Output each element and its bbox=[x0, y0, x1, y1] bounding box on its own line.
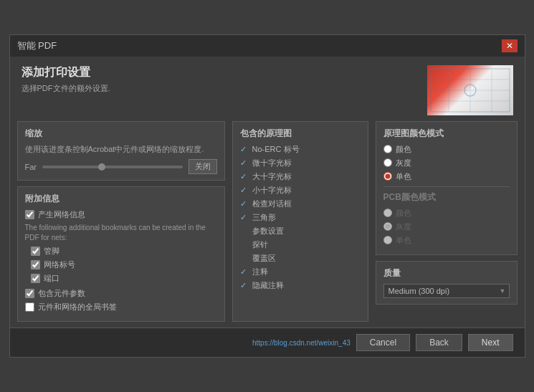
color-mode-section: 原理图颜色模式 颜色 灰度 单色 PCB颜色模式 颜色 bbox=[376, 121, 518, 255]
main-dialog: 智能 PDF ✕ 添加打印设置 选择PDF文件的额外设置. bbox=[9, 34, 525, 358]
check-icon-3: ✓ bbox=[240, 186, 249, 195]
check-icon-10: ✓ bbox=[240, 281, 249, 290]
header-image-placeholder bbox=[427, 65, 513, 115]
color-radio-1[interactable] bbox=[383, 158, 392, 167]
netlabel-label: 网络标号 bbox=[44, 259, 75, 270]
item-label-9: 注释 bbox=[252, 267, 268, 277]
zoom-description: 使用该进度条控制Acrobat中元件或网络的缩放程度. bbox=[25, 144, 217, 155]
attachment-title: 附加信息 bbox=[25, 193, 217, 205]
pcb-radio-2 bbox=[383, 236, 392, 244]
item-label-4: 检查对话框 bbox=[252, 199, 292, 209]
list-item: ✓ 大十字光标 bbox=[240, 171, 361, 182]
color-label-0: 颜色 bbox=[396, 144, 411, 155]
item-label-0: No-ERC 标号 bbox=[252, 144, 300, 155]
item-label-1: 微十字光标 bbox=[252, 158, 292, 168]
color-option-0: 颜色 bbox=[383, 144, 510, 155]
list-item: ✓ 小十字光标 bbox=[240, 185, 361, 196]
netlabel-checkbox[interactable] bbox=[31, 260, 40, 269]
list-item: ✓ 三角形 bbox=[240, 212, 361, 223]
component-params-row: 包含元件参数 bbox=[25, 288, 217, 299]
network-info-label: 产生网络信息 bbox=[38, 209, 85, 220]
check-icon-7: ✓ bbox=[240, 240, 249, 249]
pcb-label-0: 颜色 bbox=[396, 208, 411, 219]
close-button[interactable]: ✕ bbox=[502, 39, 518, 52]
color-label-2: 单色 bbox=[396, 171, 411, 182]
zoom-close-button[interactable]: 关闭 bbox=[189, 159, 217, 174]
title-bar: 智能 PDF ✕ bbox=[10, 35, 525, 57]
color-radio-2[interactable] bbox=[383, 172, 392, 181]
pcb-label-1: 灰度 bbox=[396, 221, 411, 232]
check-icon-0: ✓ bbox=[240, 145, 249, 154]
cancel-button[interactable]: Cancel bbox=[356, 334, 410, 351]
pcb-radio-1 bbox=[383, 222, 392, 231]
list-item: ✓ No-ERC 标号 bbox=[240, 144, 361, 155]
global-bookmark-checkbox[interactable] bbox=[25, 302, 34, 312]
quality-title: 质量 bbox=[383, 267, 510, 279]
page-title: 添加打印设置 bbox=[22, 65, 110, 80]
item-label-3: 小十字光标 bbox=[252, 185, 292, 196]
pcb-label-2: 单色 bbox=[396, 235, 411, 246]
header-image bbox=[427, 65, 513, 115]
network-info-checkbox[interactable] bbox=[25, 210, 34, 219]
pcb-color-option-1: 灰度 bbox=[383, 221, 510, 232]
quality-select-wrapper: Low (150 dpi) Medium (300 dpi) High (600… bbox=[383, 284, 510, 298]
zoom-slider[interactable] bbox=[42, 166, 183, 168]
check-icon-4: ✓ bbox=[240, 199, 249, 209]
zoom-controls: Far 关闭 bbox=[25, 159, 217, 174]
color-option-2: 单色 bbox=[383, 171, 510, 182]
bookmark-note: The following additional bookmarks can b… bbox=[25, 223, 217, 243]
global-bookmark-label: 元件和网络的全局书签 bbox=[38, 302, 117, 312]
zoom-title: 缩放 bbox=[25, 128, 217, 140]
schematic-section: 包含的原理图 ✓ No-ERC 标号 ✓ 微十字光标 ✓ 大十字光标 ✓ 小十字… bbox=[232, 121, 368, 322]
check-icon-2: ✓ bbox=[240, 172, 249, 181]
color-label-1: 灰度 bbox=[396, 158, 411, 168]
port-row: 端口 bbox=[31, 273, 217, 284]
netlabel-row: 网络标号 bbox=[31, 259, 217, 270]
zoom-far-label: Far bbox=[25, 163, 37, 171]
item-label-2: 大十字光标 bbox=[252, 171, 292, 182]
pcb-color-option-2: 单色 bbox=[383, 235, 510, 246]
check-icon-6: ✓ bbox=[240, 226, 249, 236]
header-section: 添加打印设置 选择PDF文件的额外设置. bbox=[10, 57, 525, 121]
check-icon-9: ✓ bbox=[240, 267, 249, 277]
global-bookmark-row: 元件和网络的全局书签 bbox=[25, 302, 217, 312]
pin-checkbox[interactable] bbox=[31, 247, 40, 256]
list-item: ✓ 微十字光标 bbox=[240, 158, 361, 168]
list-item: ✓ 探针 bbox=[240, 239, 361, 250]
attachment-section: 附加信息 产生网络信息 The following additional boo… bbox=[17, 186, 225, 322]
footer-link: https://blog.csdn.net/weixin_43 bbox=[252, 339, 351, 347]
color-mode-title: 原理图颜色模式 bbox=[383, 128, 510, 140]
zoom-slider-thumb bbox=[98, 163, 105, 171]
header-text: 添加打印设置 选择PDF文件的额外设置. bbox=[22, 65, 110, 94]
blueprint-icon bbox=[427, 65, 513, 115]
item-label-10: 隐藏注释 bbox=[252, 280, 284, 291]
next-button[interactable]: Next bbox=[468, 334, 513, 351]
network-info-row: 产生网络信息 bbox=[25, 209, 217, 220]
pcb-color-option-0: 颜色 bbox=[383, 208, 510, 219]
component-params-checkbox[interactable] bbox=[25, 289, 34, 298]
item-label-5: 三角形 bbox=[252, 212, 276, 223]
back-button[interactable]: Back bbox=[416, 334, 462, 351]
right-column: 原理图颜色模式 颜色 灰度 单色 PCB颜色模式 颜色 bbox=[376, 121, 518, 322]
page-subtitle: 选择PDF文件的额外设置. bbox=[22, 83, 110, 94]
color-radio-0[interactable] bbox=[383, 145, 392, 153]
port-label: 端口 bbox=[44, 273, 59, 284]
check-icon-5: ✓ bbox=[240, 213, 249, 222]
item-label-7: 探针 bbox=[252, 239, 268, 250]
list-item: ✓ 检查对话框 bbox=[240, 199, 361, 209]
zoom-section: 缩放 使用该进度条控制Acrobat中元件或网络的缩放程度. Far 关闭 bbox=[17, 121, 225, 181]
component-params-label: 包含元件参数 bbox=[38, 288, 85, 299]
port-checkbox[interactable] bbox=[31, 274, 40, 283]
list-item: ✓ 注释 bbox=[240, 267, 361, 277]
bookmark-items: 管脚 网络标号 端口 bbox=[31, 246, 217, 284]
dialog-title: 智能 PDF bbox=[17, 39, 57, 52]
schematic-title: 包含的原理图 bbox=[240, 128, 361, 140]
check-icon-8: ✓ bbox=[240, 254, 249, 263]
quality-select[interactable]: Low (150 dpi) Medium (300 dpi) High (600… bbox=[383, 284, 510, 298]
list-item: ✓ 覆盖区 bbox=[240, 253, 361, 264]
item-label-8: 覆盖区 bbox=[252, 253, 276, 264]
list-item: ✓ 参数设置 bbox=[240, 226, 361, 236]
pin-row: 管脚 bbox=[31, 246, 217, 257]
pcb-color-title: PCB颜色模式 bbox=[383, 191, 510, 204]
item-label-6: 参数设置 bbox=[252, 226, 284, 236]
